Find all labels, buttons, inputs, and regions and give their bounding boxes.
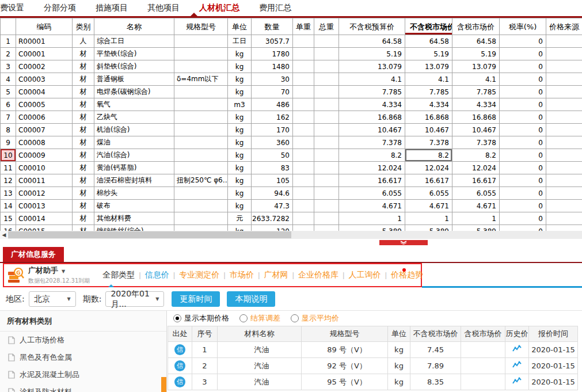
row-number[interactable]: 2 bbox=[1, 48, 16, 60]
grid-header-market-price[interactable]: 不含税市场价 bbox=[405, 18, 452, 35]
cell-name[interactable]: 镀锌铁丝(综合) bbox=[94, 225, 174, 231]
cell-source-badge[interactable]: 信 bbox=[168, 374, 192, 390]
cell-market-price[interactable]: 16.868 bbox=[405, 111, 452, 124]
cell-unit-weight[interactable] bbox=[293, 60, 314, 73]
cell-category[interactable]: 材 bbox=[73, 162, 94, 174]
cell-total-weight[interactable] bbox=[314, 187, 339, 200]
cell-tax-rate[interactable]: 0 bbox=[500, 200, 546, 212]
nav-link[interactable]: 专业测定价 bbox=[179, 270, 219, 280]
quote-row[interactable]: 信 1 汽油 89 号（V） kg 7.45 20 bbox=[168, 342, 578, 358]
grid-row[interactable]: 5 C00004 材 电焊条(碳钢综合) kg 70 7.785 7.785 7… bbox=[1, 86, 582, 98]
grid-row[interactable]: 7 C00006 材 乙炔气 kg 162 16.868 16.868 16.8… bbox=[1, 111, 582, 124]
cell-spec[interactable] bbox=[174, 48, 228, 60]
cell-material-name[interactable]: 汽油 bbox=[218, 374, 302, 390]
cell-market-price[interactable]: 4.334 bbox=[405, 98, 452, 111]
cell-market-price[interactable]: 12.024 bbox=[405, 162, 452, 174]
grid-row[interactable]: 12 C00011 材 油浸石棉密封填料 扭制250℃ φ6… kg 105 1… bbox=[1, 174, 582, 187]
tab-guangcai-info-service[interactable]: 广材信息服务 bbox=[3, 247, 64, 262]
cell-tax-market-price[interactable]: 4.671 bbox=[452, 200, 500, 212]
cell-total-weight[interactable] bbox=[314, 124, 339, 136]
cell-spec[interactable] bbox=[174, 212, 228, 225]
cell-tax-rate[interactable]: 0 bbox=[500, 86, 546, 98]
sidebar-item[interactable]: 人工市场价格 bbox=[0, 332, 166, 349]
cell-price-source[interactable] bbox=[546, 187, 582, 200]
cell-qty[interactable]: 47.3 bbox=[252, 200, 293, 212]
cell-category[interactable]: 材 bbox=[73, 86, 94, 98]
cell-qty[interactable]: 170 bbox=[252, 124, 293, 136]
cell-tax-rate[interactable]: 0 bbox=[500, 212, 546, 225]
cell-total-weight[interactable] bbox=[314, 35, 339, 48]
cell-price-source[interactable] bbox=[546, 225, 582, 231]
cell-code[interactable]: C00007 bbox=[16, 124, 73, 136]
quote-row[interactable]: 信 3 汽油 95 号（V） kg 8.35 20 bbox=[168, 374, 578, 390]
grid-row[interactable]: 15 C00014 材 其他材料费 元 2633.7282 1 1 1 0 bbox=[1, 212, 582, 225]
cell-tax-market-price[interactable]: 4.334 bbox=[452, 98, 500, 111]
cell-tax-market-price[interactable]: 16.868 bbox=[452, 111, 500, 124]
cell-unit[interactable]: kg bbox=[228, 162, 252, 174]
cell-unit[interactable]: kg bbox=[228, 174, 252, 187]
row-number[interactable]: 13 bbox=[1, 187, 16, 200]
cell-market-price[interactable]: 6.055 bbox=[405, 187, 452, 200]
cell-unit[interactable]: kg bbox=[228, 136, 252, 149]
cell-category[interactable]: 材 bbox=[73, 149, 94, 162]
grid-header-unit-weight[interactable]: 单重 bbox=[293, 18, 314, 35]
cell-tax-rate[interactable]: 0 bbox=[500, 60, 546, 73]
cell-name[interactable]: 乙炔气 bbox=[94, 111, 174, 124]
cell-unit-weight[interactable] bbox=[293, 111, 314, 124]
cell-name[interactable]: 棉纱头 bbox=[94, 187, 174, 200]
cell-history-price[interactable] bbox=[505, 374, 529, 390]
cell-total-weight[interactable] bbox=[314, 73, 339, 86]
nav-link[interactable]: 企业价格库 bbox=[298, 270, 338, 280]
cell-spec[interactable] bbox=[174, 187, 228, 200]
cell-qty[interactable]: 486 bbox=[252, 98, 293, 111]
cell-material-name[interactable]: 汽油 bbox=[218, 358, 302, 374]
cell-qty[interactable]: 50 bbox=[252, 149, 293, 162]
row-number[interactable]: 5 bbox=[1, 86, 16, 98]
cell-unit[interactable]: kg bbox=[228, 60, 252, 73]
cell-unit-weight[interactable] bbox=[293, 162, 314, 174]
cell-code[interactable]: C00004 bbox=[16, 86, 73, 98]
cell-spec[interactable] bbox=[174, 136, 228, 149]
cell-price-source[interactable] bbox=[546, 124, 582, 136]
cell-tax-rate[interactable]: 0 bbox=[500, 48, 546, 60]
tab-subsections[interactable]: 分部分项 bbox=[44, 3, 76, 13]
cell-qty[interactable]: 120 bbox=[252, 225, 293, 231]
row-number[interactable]: 9 bbox=[1, 136, 16, 149]
grid-row[interactable]: 9 C00008 材 煤油 kg 360 7.378 7.378 7.378 0 bbox=[1, 136, 582, 149]
cell-total-weight[interactable] bbox=[314, 136, 339, 149]
panel-collapse-button[interactable] bbox=[379, 240, 428, 245]
cell-spec[interactable] bbox=[174, 111, 228, 124]
cell-budget-price[interactable]: 4.1 bbox=[339, 73, 405, 86]
cell-market-price[interactable]: 4.1 bbox=[405, 73, 452, 86]
cell-unit[interactable]: kg bbox=[228, 86, 252, 98]
cell-total-weight[interactable] bbox=[314, 111, 339, 124]
cell-tax-rate[interactable]: 0 bbox=[500, 136, 546, 149]
cell-price-source[interactable] bbox=[546, 86, 582, 98]
cell-price-source[interactable] bbox=[546, 149, 582, 162]
cell-spec[interactable] bbox=[174, 98, 228, 111]
grid-row[interactable]: 14 C00013 材 破布 kg 47.3 4.671 4.671 4.671… bbox=[1, 200, 582, 212]
grid-header-name[interactable]: 名称 bbox=[94, 18, 174, 35]
cell-total-weight[interactable] bbox=[314, 149, 339, 162]
cell-code[interactable]: C00005 bbox=[16, 98, 73, 111]
cell-tax-market-price[interactable]: 1 bbox=[452, 212, 500, 225]
cell-tax-rate[interactable]: 0 bbox=[500, 35, 546, 48]
cell-budget-price[interactable]: 4.671 bbox=[339, 200, 405, 212]
cell-total-weight[interactable] bbox=[314, 174, 339, 187]
cell-spec[interactable] bbox=[174, 225, 228, 231]
cell-market-price[interactable]: 64.58 bbox=[405, 35, 452, 48]
cell-market-price[interactable]: 5.389 bbox=[405, 225, 452, 231]
cell-budget-price[interactable]: 16.868 bbox=[339, 111, 405, 124]
cell-name[interactable]: 斜垫铁(综合) bbox=[94, 60, 174, 73]
cell-unit-weight[interactable] bbox=[293, 35, 314, 48]
cell-spec[interactable] bbox=[174, 200, 228, 212]
row-number[interactable]: 6 bbox=[1, 98, 16, 111]
grid-header-code[interactable]: 编码 bbox=[16, 18, 73, 35]
horizontal-scrollbar[interactable]: ◀ bbox=[0, 231, 582, 239]
cell-unit[interactable]: kg bbox=[228, 73, 252, 86]
cell-tax-market-price[interactable]: 5.19 bbox=[452, 48, 500, 60]
sidebar-scrollbar-thumb[interactable] bbox=[161, 377, 166, 392]
cell-code[interactable]: C00003 bbox=[16, 73, 73, 86]
cell-name[interactable]: 机油(综合) bbox=[94, 124, 174, 136]
scrollbar-thumb[interactable] bbox=[8, 231, 291, 238]
